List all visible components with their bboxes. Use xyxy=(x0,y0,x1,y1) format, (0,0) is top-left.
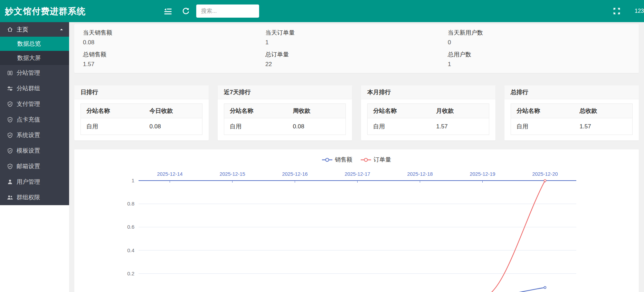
sidebar-item-card-recharge[interactable]: 点卡充值 xyxy=(0,112,69,127)
sidebar-item-user-mgmt[interactable]: 用户管理 xyxy=(0,174,69,190)
columns-icon xyxy=(7,70,13,76)
svg-text:2025-12-18: 2025-12-18 xyxy=(407,171,433,177)
table-row: 自用 1.57 xyxy=(511,118,633,135)
users-icon xyxy=(7,194,13,201)
rank-col-header: 分站名称 xyxy=(511,104,574,118)
sidebar: 主页 数据总览 数据大屏 分站管理 分站群组 支付管理 xyxy=(0,22,69,205)
stat-label: 当天订单量 xyxy=(265,29,448,37)
rank-card-title: 总排行 xyxy=(504,85,639,99)
app-header: 妙文馆付费进群系统 12345 xyxy=(0,0,644,22)
fullscreen-icon[interactable] xyxy=(613,0,621,22)
sidebar-item-system-settings[interactable]: 系统设置 xyxy=(0,127,69,143)
amount-cell: 1.57 xyxy=(574,118,633,135)
stat-label: 当天新用户数 xyxy=(448,29,630,37)
site-name-cell: 自用 xyxy=(224,118,287,135)
rank-card-total: 总排行 分站名称 总收款 自用 1.57 xyxy=(504,85,639,140)
svg-text:0.4: 0.4 xyxy=(127,247,134,253)
ranking-row: 日排行 分站名称 今日收款 自用 0.08 近7天排行 xyxy=(74,85,639,140)
rank-col-header: 今日收款 xyxy=(144,104,202,118)
legend-label: 销售额 xyxy=(335,156,352,164)
stat-value: 0 xyxy=(448,39,630,46)
sidebar-item-label: 分站管理 xyxy=(17,69,40,77)
stat-label: 总用户数 xyxy=(448,51,630,58)
stat-value: 1.57 xyxy=(83,61,265,68)
stat-cell: 总销售额 1.57 xyxy=(83,51,265,68)
refresh-icon[interactable] xyxy=(182,0,190,22)
sidebar-item-label: 邮箱设置 xyxy=(17,162,40,170)
stat-label: 总订单量 xyxy=(265,51,448,58)
svg-text:2025-12-14: 2025-12-14 xyxy=(157,171,182,177)
rank-col-header: 分站名称 xyxy=(224,104,287,118)
site-name-cell: 自用 xyxy=(81,118,144,135)
sidebar-item-label: 主页 xyxy=(17,26,28,34)
stat-label: 当天销售额 xyxy=(83,29,265,37)
rank-col-header: 周收款 xyxy=(287,104,346,118)
sidebar-item-label: 支付管理 xyxy=(17,100,40,108)
rank-table: 分站名称 周收款 自用 0.08 xyxy=(224,103,346,135)
legend-marker xyxy=(322,157,332,162)
site-name-cell: 自用 xyxy=(511,118,574,135)
svg-text:1: 1 xyxy=(132,177,134,183)
stat-value: 1 xyxy=(448,61,630,68)
rank-card-title: 本月排行 xyxy=(361,85,495,99)
shield-check-icon xyxy=(7,101,13,107)
stat-cell: 当天订单量 1 xyxy=(265,29,448,46)
sales-orders-chart-card: 销售额订单量 00.20.40.60.812025-12-142025-12-1… xyxy=(74,149,639,292)
sidebar-item-mailbox-settings[interactable]: 邮箱设置 xyxy=(0,158,69,174)
legend-marker xyxy=(361,157,371,162)
sliders-icon xyxy=(7,85,13,92)
main-content: 当天销售额 0.08 当天订单量 1 当天新用户数 0 总销售额 1.57 总订… xyxy=(69,22,644,292)
stats-panel: 当天销售额 0.08 当天订单量 1 当天新用户数 0 总销售额 1.57 总订… xyxy=(74,24,639,73)
svg-text:2025-12-19: 2025-12-19 xyxy=(470,171,495,177)
rank-col-header: 分站名称 xyxy=(81,104,144,118)
rank-col-header: 分站名称 xyxy=(368,104,431,118)
rank-col-header: 总收款 xyxy=(574,104,633,118)
shield-check-icon xyxy=(7,163,13,170)
sidebar-item-substation-mgmt[interactable]: 分站管理 xyxy=(0,65,69,81)
stat-value: 22 xyxy=(265,61,448,68)
sidebar-item-label: 用户管理 xyxy=(17,178,40,186)
sidebar-item-label: 分站群组 xyxy=(17,84,40,92)
table-row: 自用 0.08 xyxy=(224,118,346,135)
chevron-up-icon xyxy=(59,27,64,32)
table-row: 自用 1.57 xyxy=(368,118,489,135)
sidebar-item-label: 群组权限 xyxy=(17,193,40,201)
sidebar-item-payment-mgmt[interactable]: 支付管理 xyxy=(0,96,69,112)
legend-item-0[interactable]: 销售额 xyxy=(322,156,352,164)
stat-cell: 当天新用户数 0 xyxy=(448,29,630,46)
shield-check-icon xyxy=(7,132,13,138)
sidebar-item-group-permissions[interactable]: 群组权限 xyxy=(0,190,69,205)
legend-item-1[interactable]: 订单量 xyxy=(361,156,391,164)
svg-text:2025-12-15: 2025-12-15 xyxy=(219,171,245,177)
site-name-cell: 自用 xyxy=(368,118,431,135)
shield-check-icon xyxy=(7,117,13,123)
rank-card-month: 本月排行 分站名称 月收款 自用 1.57 xyxy=(361,85,495,140)
svg-text:2025-12-17: 2025-12-17 xyxy=(344,171,370,177)
rank-card-title: 日排行 xyxy=(74,85,209,99)
stat-value: 1 xyxy=(265,39,448,46)
sidebar-item-template-settings[interactable]: 模板设置 xyxy=(0,143,69,158)
sidebar-item-data-screen[interactable]: 数据大屏 xyxy=(0,51,69,65)
rank-table: 分站名称 总收款 自用 1.57 xyxy=(511,103,633,135)
stat-cell: 总用户数 1 xyxy=(448,51,630,68)
username[interactable]: 12345 xyxy=(635,0,644,22)
shield-check-icon xyxy=(7,148,13,154)
stat-cell: 总订单量 22 xyxy=(265,51,448,68)
stat-label: 总销售额 xyxy=(83,51,265,58)
svg-text:2025-12-20: 2025-12-20 xyxy=(532,171,558,177)
sidebar-item-label: 系统设置 xyxy=(17,131,40,139)
rank-col-header: 月收款 xyxy=(431,104,489,118)
amount-cell: 0.08 xyxy=(287,118,346,135)
rank-card-7days: 近7天排行 分站名称 周收款 自用 0.08 xyxy=(218,85,352,140)
rank-table: 分站名称 今日收款 自用 0.08 xyxy=(80,103,202,135)
svg-text:2025-12-16: 2025-12-16 xyxy=(282,171,307,177)
collapse-menu-icon[interactable] xyxy=(164,0,172,22)
rank-table: 分站名称 月收款 自用 1.57 xyxy=(367,103,489,135)
search-input[interactable] xyxy=(196,4,259,18)
svg-text:0.8: 0.8 xyxy=(127,201,134,207)
sidebar-item-substation-groups[interactable]: 分站群组 xyxy=(0,81,69,96)
sidebar-item-data-overview[interactable]: 数据总览 xyxy=(0,37,69,51)
app-title: 妙文馆付费进群系统 xyxy=(5,0,86,22)
sidebar-item-label: 模板设置 xyxy=(17,147,40,155)
sidebar-item-home[interactable]: 主页 xyxy=(0,22,69,37)
